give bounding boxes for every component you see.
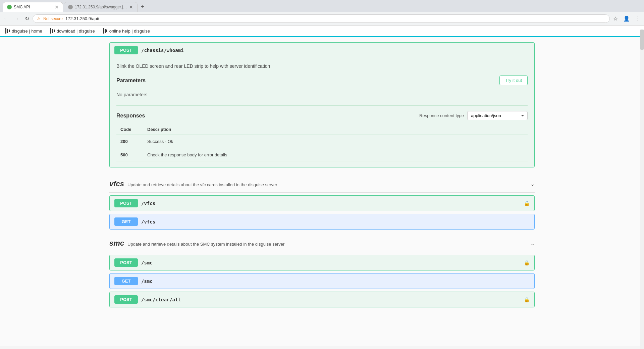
smc-endpoints-list: POST /smc 🔒 GET /smc: [109, 255, 535, 307]
smc-tag-info: smc Update and retrieve details about th…: [109, 239, 284, 248]
chassis-whoami-body: Blink the OLED screen and rear LED strip…: [110, 58, 534, 167]
section-divider: [116, 105, 528, 106]
menu-button[interactable]: ⋮: [633, 14, 643, 23]
logo-bar-3: [9, 30, 10, 32]
response-code-200: 200: [116, 135, 143, 148]
smc-clear-all-path: /smc/clear/all: [141, 297, 521, 302]
logo-bar-1: [5, 28, 6, 34]
vfcs-endpoints-list: POST /vfcs 🔒 GET /vfcs: [109, 195, 535, 230]
inactive-tab-close[interactable]: ✕: [129, 4, 133, 10]
smc-tag-header[interactable]: smc Update and retrieve details about th…: [109, 235, 535, 252]
post-badge-whoami: POST: [114, 46, 138, 54]
vfcs-tag-info: vfcs Update and retrieve details about t…: [109, 180, 277, 188]
logo-bar-4: [50, 28, 51, 34]
vfcs-get-header[interactable]: GET /vfcs: [110, 214, 534, 229]
security-icon: ⚠: [37, 16, 41, 21]
response-desc-200: Success - Ok: [143, 135, 528, 148]
address-bar[interactable]: ⚠ Not secure 172.31.250.9/api/: [33, 14, 610, 23]
back-button[interactable]: ←: [1, 14, 11, 23]
nav-controls: ← → ↻ ⚠ Not secure 172.31.250.9/api/ ☆ 👤…: [0, 12, 644, 26]
smc-clear-all-row: POST /smc/clear/all 🔒: [109, 292, 535, 307]
response-row-500: 500 Check the response body for error de…: [116, 148, 528, 162]
bookmarks-button[interactable]: ☆: [611, 14, 620, 23]
post-badge-smc-clear: POST: [114, 295, 138, 304]
toolbar-home[interactable]: disguise | home: [5, 28, 42, 34]
vfcs-tag-header[interactable]: vfcs Update and retrieve details about t…: [109, 176, 535, 193]
smc-tag-description: Update and retrieve details about the SM…: [127, 242, 284, 247]
smc-get-header[interactable]: GET /smc: [110, 273, 534, 289]
main-content: POST /chassis/whoami Blink the OLED scre…: [0, 37, 644, 346]
toolbar-help-label: online help | disguise: [109, 29, 150, 34]
lock-icon-smc-post: 🔒: [524, 260, 530, 265]
vfcs-get-path: /vfcs: [141, 219, 530, 225]
response-desc-500: Check the response body for error detail…: [143, 148, 528, 162]
toolbar-download-label: download | disguise: [57, 29, 95, 34]
chassis-whoami-header[interactable]: POST /chassis/whoami: [110, 43, 534, 58]
logo-bar-9: [106, 30, 107, 32]
no-parameters-text: No parameters: [116, 89, 528, 100]
forward-button[interactable]: →: [12, 14, 21, 23]
description-column-header: Description: [143, 124, 528, 135]
smc-clear-all-header[interactable]: POST /smc/clear/all 🔒: [110, 292, 534, 307]
vfcs-chevron-icon[interactable]: ⌄: [530, 181, 535, 187]
toolbar-help[interactable]: online help | disguise: [103, 28, 150, 34]
browser-actions: ☆ 👤 ⋮: [611, 14, 643, 23]
smc-get-row: GET /smc: [109, 273, 535, 289]
vfcs-tag-name: vfcs: [109, 180, 124, 188]
logo-bar-2: [7, 29, 8, 33]
vfcs-post-path: /vfcs: [141, 201, 521, 206]
active-tab-close[interactable]: ✕: [55, 4, 59, 10]
response-code-500: 500: [116, 148, 143, 162]
parameters-header-row: Parameters Try it out: [116, 76, 528, 85]
whoami-path: /chassis/whoami: [141, 48, 530, 53]
disguise-logo-2: [50, 28, 55, 34]
chassis-whoami-card: POST /chassis/whoami Blink the OLED scre…: [109, 42, 535, 167]
profile-button[interactable]: 👤: [621, 14, 632, 23]
not-secure-label: Not secure: [43, 16, 63, 21]
response-type-group: Response content type application/json: [419, 111, 528, 120]
smc-section: smc Update and retrieve details about th…: [109, 235, 535, 307]
vfcs-post-header[interactable]: POST /vfcs 🔒: [110, 196, 534, 211]
tab-bar: SMC API ✕ 172.31.250.9/api/swagger.json …: [3, 2, 641, 12]
smc-get-card: GET /smc: [109, 273, 535, 289]
smc-clear-all-card: POST /smc/clear/all 🔒: [109, 292, 535, 307]
smc-chevron-icon[interactable]: ⌄: [530, 240, 535, 247]
toolbar-download[interactable]: download | disguise: [50, 28, 95, 34]
smc-tag-name: smc: [109, 239, 124, 248]
swagger-container: POST /chassis/whoami Blink the OLED scre…: [104, 37, 540, 318]
responses-title: Responses: [116, 113, 145, 119]
new-tab-button[interactable]: +: [138, 2, 147, 12]
smc-post-card: POST /smc 🔒: [109, 255, 535, 270]
response-content-type-label: Response content type: [419, 113, 464, 118]
disguise-toolbar: disguise | home download | disguise onli…: [0, 26, 644, 37]
vfcs-tag-description: Update and retrieve details about the vf…: [127, 182, 277, 187]
disguise-logo: [5, 28, 10, 34]
response-content-type-select[interactable]: application/json: [467, 111, 528, 120]
response-row-200: 200 Success - Ok: [116, 135, 528, 148]
responses-table: Code Description 200 Success - Ok: [116, 124, 528, 162]
code-column-header: Code: [116, 124, 143, 135]
tab-favicon-active: [7, 5, 12, 9]
try-it-out-button[interactable]: Try it out: [499, 76, 528, 85]
toolbar-home-label: disguise | home: [12, 29, 42, 34]
get-badge-smc: GET: [114, 277, 138, 285]
smc-post-header[interactable]: POST /smc 🔒: [110, 255, 534, 270]
logo-bar-5: [52, 29, 53, 33]
responses-header-row: Responses Response content type applicat…: [116, 111, 528, 120]
address-text: 172.31.250.9/api/: [65, 16, 99, 21]
logo-bar-7: [103, 28, 104, 34]
vfcs-get-row: GET /vfcs: [109, 214, 535, 230]
refresh-button[interactable]: ↻: [23, 14, 31, 23]
smc-post-path: /smc: [141, 260, 521, 265]
scrollbar-thumb[interactable]: [640, 30, 644, 50]
inactive-tab[interactable]: 172.31.250.9/api/swagger.json ✕: [64, 2, 138, 12]
smc-get-path: /smc: [141, 279, 530, 284]
post-badge-smc: POST: [114, 258, 138, 267]
inactive-tab-title: 172.31.250.9/api/swagger.json: [75, 5, 127, 9]
vfcs-section: vfcs Update and retrieve details about t…: [109, 176, 535, 230]
logo-bar-6: [54, 30, 55, 32]
lock-icon-smc-clear: 🔒: [524, 297, 530, 302]
post-badge-vfcs: POST: [114, 199, 138, 207]
logo-bar-8: [105, 29, 106, 33]
active-tab[interactable]: SMC API ✕: [3, 2, 63, 12]
